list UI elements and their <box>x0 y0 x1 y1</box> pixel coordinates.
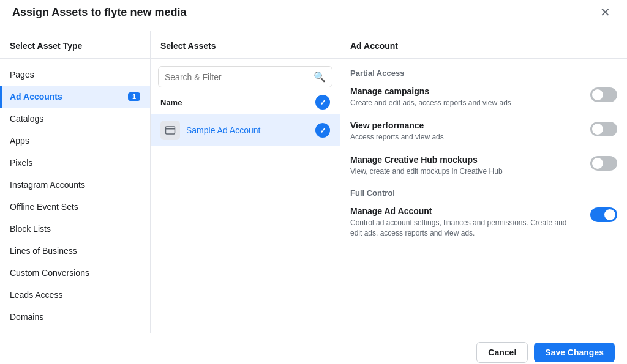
sidebar-item-label: Pixels <box>10 158 32 168</box>
select-all-checkbox[interactable]: ✓ <box>315 95 330 110</box>
sidebar-item-offline-event-sets[interactable]: Offline Event Sets <box>0 196 150 218</box>
assets-table-header: Name ✓ <box>151 87 340 114</box>
sidebar-item-label: Custom Conversions <box>10 268 89 278</box>
perm-text: Manage Creative Hub mockups View, create… <box>350 155 580 177</box>
sidebar-item-domains[interactable]: Domains <box>0 306 150 328</box>
sidebar-item-leads-access[interactable]: Leads Access <box>0 284 150 306</box>
toggle-slider <box>590 156 617 171</box>
asset-badge: 1 <box>128 92 140 101</box>
manage-ad-account-toggle[interactable] <box>590 207 617 222</box>
modal-footer: Cancel Save Changes <box>0 333 627 364</box>
cancel-button[interactable]: Cancel <box>476 342 528 363</box>
perm-name: View performance <box>350 121 580 130</box>
select-assets-panel: Select Assets 🔍 Name ✓ <box>151 31 340 333</box>
permission-item-view-performance: View performance Access reports and view… <box>350 121 617 143</box>
perm-desc: Control ad account settings, finances an… <box>350 218 580 239</box>
permissions-body: Partial Access Manage campaigns Create a… <box>340 59 627 261</box>
perm-name: Manage Creative Hub mockups <box>350 155 580 165</box>
sidebar-item-instagram-accounts[interactable]: Instagram Accounts <box>0 174 150 196</box>
sidebar-item-label: Domains <box>10 312 43 322</box>
perm-desc: Access reports and view ads <box>350 132 580 143</box>
close-button[interactable]: ✕ <box>595 2 615 22</box>
sidebar-item-apps[interactable]: Apps <box>0 130 150 152</box>
asset-type-panel-header: Select Asset Type <box>0 31 150 59</box>
permission-item-creative-hub: Manage Creative Hub mockups View, create… <box>350 155 617 177</box>
checkmark-icon: ✓ <box>320 98 326 107</box>
asset-icon <box>160 121 180 140</box>
svg-rect-0 <box>166 127 175 134</box>
perm-name: Manage Ad Account <box>350 206 580 216</box>
modal-overlay: Assign Assets to flyte new media ✕ Selec… <box>0 0 627 364</box>
perm-desc: View, create and edit mockups in Creativ… <box>350 166 580 177</box>
perm-text: Manage campaigns Create and edit ads, ac… <box>350 86 580 108</box>
sidebar-item-label: Block Lists <box>10 224 51 234</box>
sidebar-item-label: Catalogs <box>10 114 43 124</box>
asset-type-list: Pages Ad Accounts 1 Catalogs Apps Pixels <box>0 59 150 333</box>
asset-checkbox[interactable]: ✓ <box>315 123 330 138</box>
sidebar-item-label: Lines of Business <box>10 246 77 256</box>
sidebar-item-lines-of-business[interactable]: Lines of Business <box>0 240 150 262</box>
toggle-slider <box>590 207 617 222</box>
sidebar-item-label: Leads Access <box>10 290 62 300</box>
partial-access-label: Partial Access <box>350 69 617 78</box>
asset-row[interactable]: Sample Ad Account ✓ <box>151 114 340 146</box>
sidebar-item-label: Ad Accounts <box>10 92 62 102</box>
permission-item-manage-ad-account: Manage Ad Account Control ad account set… <box>350 206 617 239</box>
name-column-header: Name <box>160 98 182 107</box>
sidebar-item-pixels[interactable]: Pixels <box>0 152 150 174</box>
asset-name: Sample Ad Account <box>186 125 315 135</box>
modal-header: Assign Assets to flyte new media ✕ <box>0 0 627 31</box>
modal-title: Assign Assets to flyte new media <box>12 6 186 19</box>
sidebar-item-label: Instagram Accounts <box>10 180 85 190</box>
manage-campaigns-toggle[interactable] <box>590 87 617 102</box>
perm-text: Manage Ad Account Control ad account set… <box>350 206 580 239</box>
perm-text: View performance Access reports and view… <box>350 121 580 143</box>
sidebar-item-label: Apps <box>10 136 29 146</box>
sidebar-item-catalogs[interactable]: Catalogs <box>0 108 150 130</box>
permissions-header: Ad Account <box>340 31 627 59</box>
sidebar-item-ad-accounts[interactable]: Ad Accounts 1 <box>0 86 150 108</box>
save-changes-button[interactable]: Save Changes <box>534 343 615 362</box>
assets-list: Sample Ad Account ✓ <box>151 114 340 146</box>
checkmark-icon: ✓ <box>320 126 326 135</box>
close-icon: ✕ <box>600 5 610 20</box>
assign-assets-modal: Assign Assets to flyte new media ✕ Selec… <box>0 0 627 364</box>
sidebar-item-label: Offline Event Sets <box>10 202 78 212</box>
sidebar-item-label: Pages <box>10 70 34 80</box>
search-icon: 🔍 <box>314 71 326 83</box>
toggle-slider <box>590 87 617 102</box>
search-input[interactable] <box>165 72 314 82</box>
perm-desc: Create and edit ads, access reports and … <box>350 98 580 108</box>
modal-body: Select Asset Type Pages Ad Accounts 1 Ca… <box>0 31 627 333</box>
sidebar-item-block-lists[interactable]: Block Lists <box>0 218 150 240</box>
sidebar-item-custom-conversions[interactable]: Custom Conversions <box>0 262 150 284</box>
asset-type-panel: Select Asset Type Pages Ad Accounts 1 Ca… <box>0 31 151 333</box>
toggle-slider <box>590 122 617 136</box>
permission-item-manage-campaigns: Manage campaigns Create and edit ads, ac… <box>350 86 617 108</box>
select-assets-header: Select Assets <box>151 31 340 59</box>
creative-hub-toggle[interactable] <box>590 156 617 171</box>
permissions-panel: Ad Account Partial Access Manage campaig… <box>340 31 627 333</box>
sidebar-item-pages[interactable]: Pages <box>0 64 150 86</box>
view-performance-toggle[interactable] <box>590 122 617 136</box>
full-control-label: Full Control <box>350 188 617 198</box>
perm-name: Manage campaigns <box>350 86 580 96</box>
search-box[interactable]: 🔍 <box>158 66 332 87</box>
